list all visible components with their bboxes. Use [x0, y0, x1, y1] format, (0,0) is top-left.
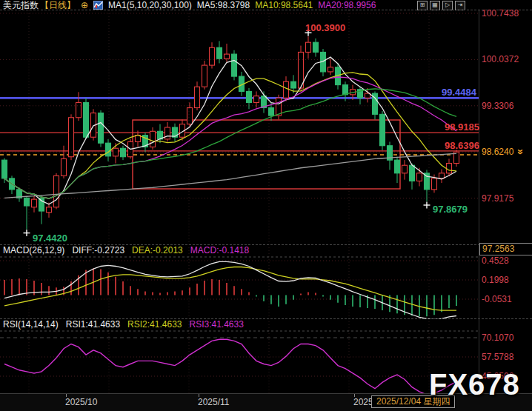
macd-header: MACD(26,12,9) DIFF:-0.2723 DEA:-0.2013 M…: [3, 245, 249, 255]
rsi1-value: RSI1:41.4633: [66, 319, 120, 330]
macd-pane[interactable]: [0, 256, 479, 318]
macd-diff-value: DIFF:-0.2723: [72, 245, 124, 255]
ma5-value: MA5:98.3798: [197, 0, 250, 10]
crosshair-price-box: 97.2563: [479, 243, 532, 255]
period-label: 【日线】: [40, 0, 76, 10]
ma10-value: MA10:98.5641: [255, 0, 313, 10]
rsi-pane[interactable]: [0, 330, 479, 393]
rsi3-value: RSI3:41.4633: [190, 319, 244, 330]
chart-type-icon[interactable]: [93, 1, 103, 10]
rsi2-value: RSI2:41.4633: [127, 319, 182, 330]
ma20-value: MA20:98.9956: [318, 0, 376, 10]
price-axis-border: [479, 10, 479, 393]
rsi-header: RSI(14,14,14) RSI1:41.4633 RSI2:41.4633 …: [3, 319, 244, 330]
macd-dea-value: DEA:-0.2013: [132, 245, 183, 255]
chart-application: 美元指数【日线】 ⊕ MA1(5,10,20,30,100) MA5:98.37…: [0, 0, 532, 411]
current-price-marker-icon: »: [515, 149, 527, 153]
watermark-logo: FX678: [429, 368, 520, 401]
add-favorite-icon[interactable]: ⊕: [81, 0, 88, 10]
rsi-title: RSI(14,14,14): [3, 319, 59, 330]
symbol-name: 美元指数: [3, 0, 39, 10]
ma-settings-label: MA1(5,10,20,30,100): [108, 0, 192, 10]
macd-title: MACD(26,12,9): [3, 245, 64, 255]
main-chart-pane[interactable]: [0, 10, 479, 244]
macd-macd-value: MACD:-0.1418: [190, 245, 249, 255]
